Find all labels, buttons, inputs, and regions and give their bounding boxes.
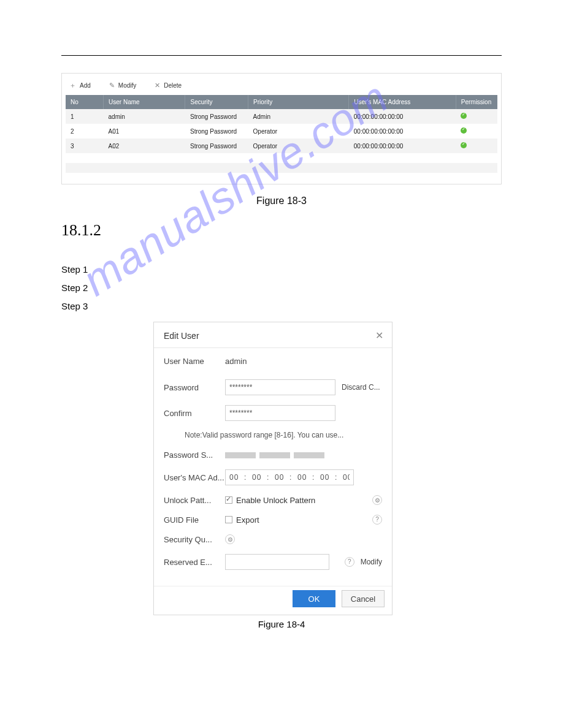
user-toolbar: Add Modify Delete bbox=[66, 77, 497, 95]
add-label: Add bbox=[80, 82, 91, 89]
label-reserved-email: Reserved E... bbox=[164, 558, 225, 567]
unlock-checkbox[interactable] bbox=[225, 496, 232, 504]
modify-link[interactable]: Modify bbox=[361, 558, 382, 566]
label-password: Password bbox=[164, 383, 225, 392]
cell-security: Strong Password bbox=[185, 109, 248, 124]
delete-icon bbox=[155, 82, 160, 89]
horizontal-rule bbox=[61, 55, 502, 56]
reserved-email-input[interactable] bbox=[225, 554, 329, 570]
step-1: Step 1 bbox=[61, 260, 502, 279]
export-checkbox[interactable] bbox=[225, 516, 232, 523]
check-icon bbox=[461, 113, 467, 119]
label-security-question: Security Qu... bbox=[164, 535, 225, 544]
password-input[interactable] bbox=[225, 379, 335, 395]
ok-button[interactable]: OK bbox=[293, 590, 335, 607]
label-password-strength: Password S... bbox=[164, 450, 225, 460]
label-mac: User's MAC Ad... bbox=[164, 473, 225, 482]
confirm-input[interactable] bbox=[225, 405, 335, 421]
cell-security: Strong Password bbox=[185, 124, 248, 138]
row-security-question: Security Qu... bbox=[164, 534, 382, 544]
table-row[interactable]: 3 A02 Strong Password Operator 00:00:00:… bbox=[66, 138, 497, 153]
blank-row bbox=[66, 153, 497, 163]
gear-icon[interactable] bbox=[372, 495, 382, 505]
discard-link[interactable]: Discard C... bbox=[342, 383, 380, 392]
modify-button[interactable]: Modify bbox=[109, 82, 136, 89]
mac-input[interactable] bbox=[225, 469, 354, 485]
label-unlock: Unlock Patt... bbox=[164, 496, 225, 505]
cell-security: Strong Password bbox=[185, 138, 248, 153]
row-guid: GUID File Export bbox=[164, 515, 382, 525]
row-password: Password Discard C... bbox=[164, 379, 382, 395]
delete-label: Delete bbox=[164, 82, 182, 89]
blank-row bbox=[66, 173, 497, 183]
user-management-panel: Add Modify Delete No User Name Security … bbox=[61, 73, 502, 184]
col-user: User Name bbox=[104, 95, 185, 109]
col-security: Security bbox=[185, 95, 248, 109]
cell-no: 2 bbox=[66, 124, 104, 138]
cell-user: A02 bbox=[104, 138, 185, 153]
cell-permission bbox=[456, 138, 497, 153]
plus-icon bbox=[69, 81, 76, 90]
strength-seg bbox=[294, 452, 324, 458]
dialog-footer: OK Cancel bbox=[154, 586, 392, 615]
gear-icon[interactable] bbox=[225, 534, 235, 544]
check-icon bbox=[461, 127, 467, 134]
add-button[interactable]: Add bbox=[69, 81, 91, 90]
row-user-name: User Name admin bbox=[164, 357, 382, 366]
row-reserved-email: Reserved E... Modify bbox=[164, 554, 382, 570]
check-icon bbox=[461, 142, 467, 148]
edit-user-dialog: Edit User ✕ User Name admin Password Dis… bbox=[153, 322, 393, 615]
table-row[interactable]: 1 admin Strong Password Admin 00:00:00:0… bbox=[66, 109, 497, 124]
figure-caption-1: Figure 18-3 bbox=[61, 195, 502, 207]
cell-mac: 00:00:00:00:00:00 bbox=[349, 138, 456, 153]
table-header-row: No User Name Security Priority User's MA… bbox=[66, 95, 497, 109]
strength-seg bbox=[259, 452, 290, 458]
row-password-strength: Password S... bbox=[164, 450, 382, 460]
users-table: No User Name Security Priority User's MA… bbox=[66, 95, 497, 183]
modify-label: Modify bbox=[118, 82, 136, 89]
cell-priority: Admin bbox=[248, 109, 349, 124]
row-mac: User's MAC Ad... bbox=[164, 469, 382, 485]
dialog-header: Edit User ✕ bbox=[154, 322, 392, 348]
help-icon[interactable] bbox=[372, 515, 382, 525]
dialog-body: User Name admin Password Discard C... Co… bbox=[154, 348, 392, 586]
col-no: No bbox=[66, 95, 104, 109]
edit-icon bbox=[109, 82, 115, 89]
dialog-title: Edit User bbox=[164, 331, 199, 341]
label-guid: GUID File bbox=[164, 515, 225, 525]
label-confirm: Confirm bbox=[164, 409, 225, 418]
value-user-name: admin bbox=[225, 357, 382, 366]
unlock-checkbox-label: Enable Unlock Pattern bbox=[236, 496, 315, 505]
strength-seg bbox=[225, 452, 256, 458]
cell-user: A01 bbox=[104, 124, 185, 138]
cell-priority: Operator bbox=[248, 138, 349, 153]
close-icon[interactable]: ✕ bbox=[375, 330, 383, 341]
figure-caption-2: Figure 18-4 bbox=[61, 619, 502, 629]
section-number: 18.1.2 bbox=[61, 221, 502, 240]
password-note: Note:Valid password range [8-16]. You ca… bbox=[185, 431, 382, 439]
cell-no: 3 bbox=[66, 138, 104, 153]
cell-priority: Operator bbox=[248, 124, 349, 138]
step-3: Step 3 bbox=[61, 297, 502, 316]
col-mac: User's MAC Address bbox=[349, 95, 456, 109]
help-icon[interactable] bbox=[345, 557, 354, 567]
cell-mac: 00:00:00:00:00:00 bbox=[349, 124, 456, 138]
cell-mac: 00:00:00:00:00:00 bbox=[349, 109, 456, 124]
cell-permission bbox=[456, 124, 497, 138]
col-permission: Permission bbox=[456, 95, 497, 109]
table-row[interactable]: 2 A01 Strong Password Operator 00:00:00:… bbox=[66, 124, 497, 138]
export-label: Export bbox=[236, 515, 259, 525]
step-2: Step 2 bbox=[61, 279, 502, 297]
strength-indicator bbox=[225, 452, 324, 458]
cell-no: 1 bbox=[66, 109, 104, 124]
cancel-button[interactable]: Cancel bbox=[342, 590, 385, 607]
row-confirm: Confirm bbox=[164, 405, 382, 421]
label-user-name: User Name bbox=[164, 357, 225, 366]
cell-permission bbox=[456, 109, 497, 124]
blank-row bbox=[66, 163, 497, 173]
col-priority: Priority bbox=[248, 95, 349, 109]
cell-user: admin bbox=[104, 109, 185, 124]
delete-button[interactable]: Delete bbox=[155, 82, 182, 89]
row-unlock: Unlock Patt... Enable Unlock Pattern bbox=[164, 495, 382, 505]
